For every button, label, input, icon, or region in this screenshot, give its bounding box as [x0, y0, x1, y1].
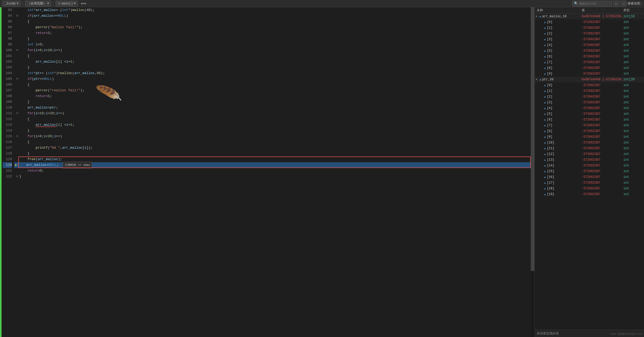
line-num-105: 105: [3, 76, 12, 82]
var-item-am-8[interactable]: ◈[8] -572662307 int: [535, 65, 644, 71]
line-num-119: 119: [3, 157, 12, 162]
code-fold-area: int* arr_malloc = (int*)malloc(40); ⊟ if…: [14, 7, 531, 337]
var-item-ptr-19[interactable]: ◈[19] -572662307 int: [535, 191, 644, 197]
code-line-110: arr_malloc = ptr;: [14, 105, 531, 111]
var-item-ptr-15[interactable]: ◈[15] -572662307 int: [535, 168, 644, 174]
code-line-107: perror("realloc fail!");: [14, 88, 531, 93]
search-back-button[interactable]: ←: [613, 1, 619, 7]
expand-icon[interactable]: ⟺: [80, 1, 87, 6]
var-item-am-6[interactable]: ◈[6] -572662307 int: [535, 54, 644, 59]
var-item-ptr-6[interactable]: ◈[6] -572662307 int: [535, 117, 644, 123]
var-footer[interactable]: 添加要监视的项: [535, 330, 644, 337]
var-item-ptr-4[interactable]: ◈[4] -572662307 int: [535, 105, 644, 111]
var-item-ptr-8[interactable]: ◈[8] -572662307 int: [535, 128, 644, 134]
var-item-am-7[interactable]: ◈[7] -572662307 int: [535, 59, 644, 65]
code-line-100: ⊟ for (i = 0; i < 10; i++): [14, 47, 531, 53]
var-item-ptr-5[interactable]: ◈[5] -572662307 int: [535, 111, 644, 117]
var-item-am-1[interactable]: ◈[1] -572662307 int: [535, 25, 644, 31]
line-num-106: 106: [3, 82, 12, 88]
var-item-am-4-value: -572662307: [582, 43, 623, 47]
collapse-icon-ptr: ▼: [536, 78, 539, 81]
ptr-icon-13: ◈: [544, 158, 546, 162]
var-item-am-5-name: ◈[5]: [535, 49, 582, 53]
ptr-icon-16: ◈: [544, 176, 546, 179]
code-line-96: perror("malloc fail!");: [14, 25, 531, 30]
var-item-am-9-value: -572662307: [582, 72, 623, 76]
line-num-101: 101: [3, 53, 12, 59]
search-box[interactable]: 🔍: [572, 1, 612, 7]
ptr-icon-8: ◈: [544, 130, 546, 133]
var-item-am-4-type: int: [623, 43, 644, 47]
var-item-ptr-13[interactable]: ◈[13] -572662307 int: [535, 157, 644, 163]
var-item-ptr-17[interactable]: ◈[17] -572662307 int: [535, 180, 644, 186]
var-item-ptr-3[interactable]: ◈[3] -572662307 int: [535, 100, 644, 105]
code-line-103: }: [14, 65, 531, 70]
line-num-110: 110: [3, 105, 12, 111]
line-num-108: 108: [3, 93, 12, 99]
var-item-am-2[interactable]: ◈[2] -572662307 int: [535, 31, 644, 37]
highlight-region: free(arr_malloc); ▶ arr_malloc = NULL; 已…: [14, 157, 531, 168]
search-icon: 🔍: [574, 2, 578, 5]
var-item-ptr-11[interactable]: ◈[11] -572662307 int: [535, 146, 644, 151]
var-item-am-2-value: -572662307: [582, 32, 623, 35]
var-item-am-8-name: ◈[8]: [535, 66, 582, 70]
ptr-icon-5: ◈: [544, 112, 546, 116]
var-item-ptr-0[interactable]: ◈[0] -572662307 int: [535, 82, 644, 88]
scroll-thumb[interactable]: [531, 7, 534, 271]
code-panel: 93 94 95 96 97 98 99 100 101 102 103 104…: [0, 7, 534, 337]
var-item-ptr-14[interactable]: ◈[14] -572662307 int: [535, 163, 644, 168]
divider-2: [53, 1, 53, 6]
func-selector[interactable]: ⬡ main() ▼: [56, 1, 78, 7]
var-item-ptr-9[interactable]: ◈[9] -572662307 int: [535, 134, 644, 140]
var-item-am-6-type: int: [623, 55, 644, 58]
var-group-arr-malloc[interactable]: ▼ ◈ arr_malloc,10 0x007e9448 {-572662307…: [535, 14, 644, 19]
file-selector[interactable]: _1code ▼: [2, 1, 21, 7]
var-item-ptr-2[interactable]: ◈[2] -572662307 int: [535, 94, 644, 100]
var-group-ptr[interactable]: ▼ ◈ ptr,20 0x007e9448 {-572662307, -5...…: [535, 77, 644, 82]
var-group-ptr-type: int[20: [623, 78, 644, 81]
var-item-am-0[interactable]: ◈[0] -572662307 int: [535, 19, 644, 25]
var-item-am-6-value: -572662307: [582, 55, 623, 58]
line-num-94: 94: [3, 13, 12, 19]
code-scrollbar[interactable]: [531, 7, 534, 337]
line-num-99: 99: [3, 42, 12, 47]
var-item-ptr-7[interactable]: ◈[7] -572662307 int: [535, 123, 644, 128]
item-icon-8: ◈: [544, 67, 546, 70]
code-line-101: {: [14, 53, 531, 59]
ptr-icon-7: ◈: [544, 124, 546, 127]
var-item-ptr-18[interactable]: ◈[18] -572662307 int: [535, 186, 644, 191]
ptr-icon-11: ◈: [544, 147, 546, 150]
var-list[interactable]: ▼ ◈ arr_malloc,10 0x007e9448 {-572662307…: [535, 14, 644, 330]
var-item-am-5[interactable]: ◈[5] -572662307 int: [535, 48, 644, 54]
code-line-93: int* arr_malloc = (int*)malloc(40);: [14, 7, 531, 13]
line-num-107: 107: [3, 88, 12, 93]
search-forward-button[interactable]: →: [620, 1, 626, 7]
line-num-97: 97: [3, 30, 12, 36]
var-item-ptr-16[interactable]: ◈[16] -572662307 int: [535, 174, 644, 180]
ptr-icon-12: ◈: [544, 153, 546, 156]
var-item-am-3[interactable]: ◈[3] -572662307 int: [535, 37, 644, 42]
var-item-ptr-12[interactable]: ◈[12] -572662307 int: [535, 151, 644, 157]
var-item-ptr-10[interactable]: ◈[10] -572662307 int: [535, 140, 644, 146]
search-input[interactable]: [579, 2, 610, 5]
code-container[interactable]: 93 94 95 96 97 98 99 100 101 102 103 104…: [0, 7, 534, 337]
time-badge: 已用时间 <= 10ms: [63, 162, 92, 168]
code-line-112: {: [14, 116, 531, 122]
line-num-98: 98: [3, 36, 12, 42]
var-group-arr-malloc-value: 0x007e9448 {-572662307, -5...: [582, 15, 623, 18]
line-numbers: 93 94 95 96 97 98 99 100 101 102 103 104…: [2, 7, 14, 337]
scope-selector[interactable]: （全局范围） ▼: [25, 1, 51, 7]
line-num-95: 95: [3, 19, 12, 25]
var-item-am-4[interactable]: ◈[4] -572662307 int: [535, 42, 644, 48]
code-line-97: return 1;: [14, 30, 531, 36]
var-item-am-0-name: ◈[0]: [535, 20, 582, 24]
var-item-am-9-type: int: [623, 72, 644, 76]
var-item-am-9[interactable]: ◈[9] -572662307 int: [535, 71, 644, 77]
var-item-am-4-name: ◈[4]: [535, 43, 582, 47]
ptr-icon-0: ◈: [544, 84, 546, 87]
ptr-icon-1: ◈: [544, 89, 546, 93]
divider-1: [23, 1, 23, 6]
var-item-ptr-1[interactable]: ◈[1] -572662307 int: [535, 88, 644, 94]
ptr-icon-19: ◈: [544, 193, 546, 196]
code-line-95: {: [14, 19, 531, 25]
